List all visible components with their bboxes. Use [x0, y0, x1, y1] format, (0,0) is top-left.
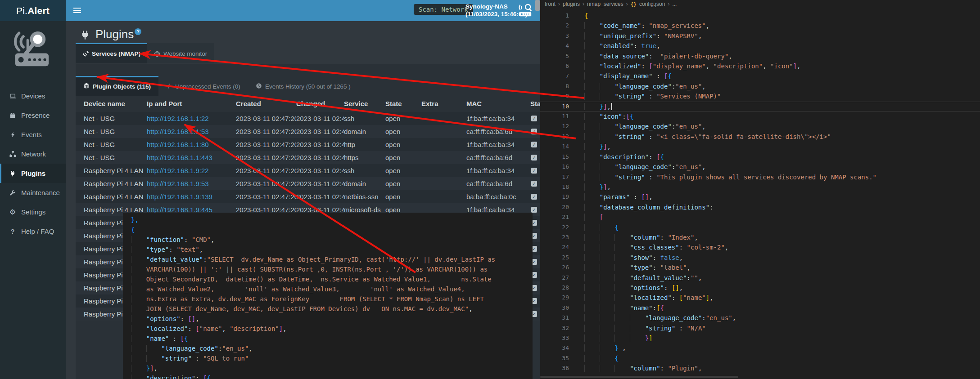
sidebar-item-plugins[interactable]: Plugins: [0, 164, 66, 183]
token: :: [656, 32, 664, 40]
token: "display_name": [653, 62, 706, 70]
line-number: 24: [540, 242, 575, 252]
code-line: "language_code":"en_us",: [131, 343, 533, 353]
ip-port-link[interactable]: http://192.168.1.9:22: [147, 167, 209, 174]
token: "options": [630, 284, 664, 291]
token: []: [188, 315, 195, 322]
code-text: "column": "Index",: [575, 232, 698, 242]
code-text: "icon":[{: [575, 111, 634, 121]
tab-label: Website monitor: [163, 50, 207, 57]
token: "show": [630, 254, 653, 261]
indent-guide: [600, 234, 615, 241]
sidebar-item-settings[interactable]: ⚙Settings: [0, 202, 66, 222]
token: "code_name": [600, 22, 641, 29]
line-number: 36: [540, 363, 575, 373]
token: "string": [614, 93, 645, 100]
code-editor[interactable]: front›plugins›nmap_services›{}config.jso…: [540, 0, 980, 379]
editor-horizontal-scrollbar[interactable]: [540, 376, 738, 378]
line-number: 11: [540, 111, 575, 121]
token: "": [691, 274, 698, 281]
sidebar-item-events[interactable]: Events: [0, 125, 66, 144]
hamburger-icon: [73, 8, 81, 9]
sidebar-toggle-button[interactable]: [73, 7, 81, 14]
help-badge[interactable]: ?: [135, 28, 141, 35]
ip-port-link[interactable]: http://192.168.1.1:53: [147, 128, 209, 135]
token: "string": [645, 325, 675, 332]
code-line: ns.Extra as Extra, dv.dev_MAC as Foreign…: [131, 294, 533, 304]
sidebar-item-network[interactable]: Network: [0, 144, 66, 164]
token: []: [672, 284, 679, 291]
globe-icon: [154, 51, 160, 57]
table-row[interactable]: Net - USGhttp://192.168.1.1:222023-03-11…: [76, 112, 540, 125]
ip-port-link[interactable]: http://192.168.1.1:22: [147, 115, 209, 122]
table-row[interactable]: Net - USGhttp://192.168.1.1:4432023-03-1…: [76, 151, 540, 164]
indent-guide: [600, 334, 615, 342]
indent-guide: [600, 355, 615, 362]
table-row[interactable]: Raspberry Pi 4 LANhttp://192.168.1.9:532…: [76, 177, 540, 190]
indent-guide: [146, 345, 162, 352]
token: "text": [176, 246, 199, 253]
ip-port-link[interactable]: http://192.168.1.1:443: [147, 154, 212, 161]
token: "en_us": [675, 123, 702, 130]
column-header-created[interactable]: Created: [236, 96, 296, 112]
subtab-events-history-50-out-of-1265[interactable]: Events History (50 out of 1265 ): [248, 76, 358, 96]
token: :: [687, 274, 691, 281]
token: ]: [706, 294, 709, 301]
token: []: [641, 193, 649, 201]
token: ,: [607, 143, 611, 150]
column-header-state[interactable]: State: [385, 96, 421, 112]
sidebar-item-devices[interactable]: Devices: [0, 86, 66, 106]
indent-guide: [600, 274, 615, 281]
table-row[interactable]: Net - USGhttp://192.168.1.1:532023-03-11…: [76, 125, 540, 138]
token: [: [656, 153, 660, 161]
breadcrumb: front›plugins›nmap_services›{}config.jso…: [540, 0, 980, 8]
token: [: [600, 214, 603, 221]
tab-website-monitor[interactable]: Website monitor: [147, 43, 214, 63]
code-text: "options": [],: [575, 283, 683, 293]
table-row[interactable]: Raspberry Pi 4 LANhttp://192.168.1.9:222…: [76, 164, 540, 177]
code-text: "type": "label",: [575, 263, 691, 272]
token: :: [649, 53, 660, 60]
line-number: 19: [540, 192, 575, 202]
ip-port-link[interactable]: http://192.168.1.1:80: [147, 141, 209, 148]
scrollbar-thumb[interactable]: [535, 0, 540, 11]
cell-created: 2023-03-11 02:47:20: [236, 138, 296, 151]
column-header-device-name[interactable]: Device name: [76, 96, 147, 112]
clock-icon: [256, 83, 262, 90]
column-header-extra[interactable]: Extra: [421, 96, 466, 112]
token: :: [653, 264, 660, 271]
sidebar-item-presence[interactable]: Presence: [0, 106, 66, 125]
token: "default_value": [630, 274, 686, 281]
sidebar-item-maintenance[interactable]: Maintenance: [0, 183, 66, 202]
column-header-changed[interactable]: Changed: [296, 96, 344, 112]
gear-icon: ⚙: [7, 209, 18, 216]
table-row[interactable]: Raspberry Pi 4 LANhttp://192.168.1.9:139…: [76, 190, 540, 203]
column-header-ip-and-port[interactable]: Ip and Port: [147, 96, 236, 112]
cell-service: domain: [344, 125, 385, 138]
code-text: "enabled": true,: [575, 41, 660, 51]
chevron-right-icon: ›: [626, 1, 628, 7]
cell-mac: ca:ff:ff:ca:ba:6d: [466, 177, 530, 190]
sidebar-item-help-faq[interactable]: ?Help / FAQ: [0, 222, 66, 241]
token: ,: [728, 53, 732, 60]
left-pane-scrollbar[interactable]: [535, 0, 540, 379]
breadcrumb-item[interactable]: ...: [672, 1, 677, 7]
token: :: [641, 62, 649, 70]
subtab-plugin-objects-115[interactable]: Plugin Objects (115): [76, 76, 158, 96]
tab-services-nmap[interactable]: Services (NMAP): [76, 43, 147, 63]
indent-guide: [584, 214, 600, 221]
table-row[interactable]: Net - USGhttp://192.168.1.1:802023-03-11…: [76, 138, 540, 151]
ip-port-link[interactable]: http://192.168.1.9:139: [147, 193, 212, 201]
token: ]: [603, 143, 607, 150]
column-header-mac[interactable]: MAC: [466, 96, 530, 112]
column-header-service[interactable]: Service: [344, 96, 385, 112]
breadcrumb-item[interactable]: plugins: [563, 1, 580, 7]
code-line: 12 "language_code":"en_us",: [540, 121, 980, 131]
token: {: [584, 12, 588, 19]
breadcrumb-item[interactable]: front: [545, 1, 555, 7]
subtab-unprocessed-events-0[interactable]: Unprocessed Events (0): [158, 76, 248, 96]
ip-port-link[interactable]: http://192.168.1.9:53: [147, 180, 209, 187]
breadcrumb-item[interactable]: config.json: [639, 1, 665, 7]
breadcrumb-item[interactable]: nmap_services: [587, 1, 623, 7]
app-logo[interactable]: Pi.Alert: [0, 0, 66, 21]
